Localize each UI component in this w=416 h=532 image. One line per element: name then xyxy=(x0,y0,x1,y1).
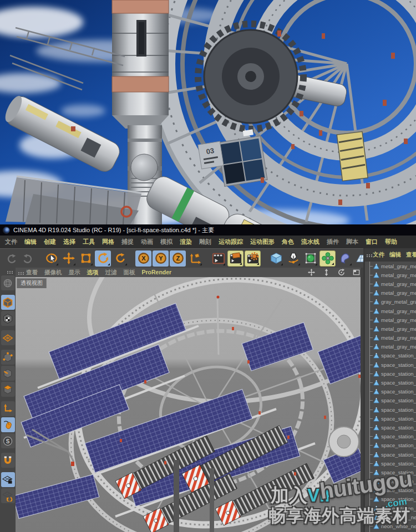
object-tree-row[interactable]: space_station_0 xyxy=(365,441,416,450)
workplane-mode-button[interactable] xyxy=(1,330,15,345)
menu-item[interactable]: 流水线 xyxy=(301,238,319,246)
menu-item[interactable]: 创建 xyxy=(44,238,56,246)
viewport-menu-item[interactable]: 显示 xyxy=(69,269,80,277)
object-tree-row[interactable]: metal_gray_met xyxy=(365,334,416,342)
zoom-view-icon[interactable] xyxy=(322,268,331,277)
object-tree-row[interactable]: space_station_0 xyxy=(365,459,416,468)
object-tree-row[interactable]: metal_gray_met xyxy=(365,342,416,351)
lock-x-axis-button[interactable]: X xyxy=(135,250,151,267)
workplane-align-button[interactable] xyxy=(1,488,15,503)
texture-mode-button[interactable] xyxy=(1,311,15,326)
object-tree-row[interactable]: neon_white_neon xyxy=(365,513,416,521)
object-tree-row[interactable]: space_station_0 xyxy=(365,351,416,360)
move-tool-button[interactable] xyxy=(60,250,77,267)
viewport-menu-item[interactable]: 过滤 xyxy=(105,269,117,277)
object-tree-row[interactable]: space_station_0 xyxy=(365,423,416,432)
edges-mode-button[interactable] xyxy=(1,366,15,381)
viewport-menu-item[interactable]: 选项 xyxy=(87,269,99,277)
points-mode-button[interactable] xyxy=(1,350,15,365)
add-deformer-button[interactable] xyxy=(337,250,353,267)
object-tree-row[interactable]: metal_gray_met xyxy=(365,270,416,279)
menu-item[interactable]: 工具 xyxy=(83,238,95,246)
polygons-mode-button[interactable] xyxy=(1,382,15,397)
object-manager-grip[interactable] xyxy=(367,254,368,255)
menu-item[interactable]: 雕刻 xyxy=(199,238,211,246)
menu-item[interactable]: 插件 xyxy=(327,238,339,246)
scale-tool-button[interactable] xyxy=(78,250,94,267)
render-view-button[interactable] xyxy=(210,250,226,267)
object-tree-row[interactable]: space_station_0 xyxy=(365,486,416,495)
object-manager-menu-item[interactable]: 文件 xyxy=(373,251,384,259)
enable-axis-button[interactable] xyxy=(1,401,15,416)
palette-grip[interactable] xyxy=(7,271,8,272)
menu-item[interactable]: 编辑 xyxy=(24,238,37,246)
menu-item[interactable]: 运动跟踪 xyxy=(219,238,243,246)
object-tree-row[interactable]: neon_white_neo xyxy=(365,521,416,530)
object-manager-menu-item[interactable]: 查看 xyxy=(406,251,416,259)
view-tab[interactable]: 透视视图 xyxy=(17,278,47,288)
object-tree-row[interactable]: space_station_0 xyxy=(365,504,416,513)
menu-item[interactable]: 角色 xyxy=(282,238,294,246)
make-editable-button[interactable] xyxy=(1,275,15,290)
object-tree-row[interactable]: space_station_0 xyxy=(365,450,416,459)
last-tool-button[interactable] xyxy=(112,250,128,267)
object-tree-row[interactable]: metal_gray_met xyxy=(365,324,416,333)
object-tree-row[interactable]: space_station_0 xyxy=(365,477,416,486)
menu-item[interactable]: 运动图形 xyxy=(250,238,275,246)
pan-view-icon[interactable] xyxy=(307,268,316,277)
object-manager-menu-item[interactable]: 编辑 xyxy=(389,251,401,259)
menu-item[interactable]: 帮助 xyxy=(385,238,397,246)
lock-workplane-button[interactable] xyxy=(1,472,15,487)
viewport-menu-item[interactable]: 摄像机 xyxy=(44,269,62,277)
object-tree-row[interactable]: space_station_0 xyxy=(365,378,416,387)
object-tree-row[interactable]: space_station_0 xyxy=(365,396,416,405)
render-to-picture-viewer-button[interactable] xyxy=(227,250,243,267)
menu-item[interactable]: 脚本 xyxy=(346,238,358,246)
object-tree-row[interactable]: space_station_0 xyxy=(365,432,416,441)
object-tree-row[interactable]: space_station_0 xyxy=(365,495,416,504)
viewport[interactable]: 查看摄像机显示选项过滤面板ProRender 透视视图 xyxy=(16,268,361,532)
lock-z-axis-button[interactable]: Z xyxy=(170,250,186,267)
add-cube-button[interactable] xyxy=(268,250,284,267)
object-tree-row[interactable]: metal_gray_met xyxy=(365,289,416,298)
object-tree-row[interactable]: space_station_0 xyxy=(365,468,416,477)
toggle-view-icon[interactable] xyxy=(352,268,361,277)
object-tree-row[interactable]: metal_gray_met xyxy=(365,315,416,324)
edit-render-settings-button[interactable] xyxy=(245,250,261,267)
model-mode-button[interactable] xyxy=(1,295,15,310)
menu-item[interactable]: 捕捉 xyxy=(121,238,134,246)
object-tree-row[interactable]: metal_gray_met xyxy=(365,279,416,288)
object-tree-row[interactable]: space_station_0 xyxy=(365,405,416,414)
add-subdivision-surface-button[interactable] xyxy=(302,250,318,267)
redo-button[interactable] xyxy=(20,250,36,267)
live-selection-button[interactable] xyxy=(43,250,59,267)
object-tree-row[interactable]: space_station_0 xyxy=(365,360,416,369)
add-mograph-button[interactable] xyxy=(319,250,336,267)
object-tree-row[interactable]: space_station_0 xyxy=(365,414,416,423)
object-tree-row[interactable]: gray_metal_gray xyxy=(365,298,416,306)
snap-settings-button[interactable]: S xyxy=(1,433,15,448)
menu-item[interactable]: 动画 xyxy=(141,238,153,246)
object-tree-row[interactable]: metal_gray_met xyxy=(365,262,416,270)
menu-item[interactable]: 模拟 xyxy=(160,238,173,246)
enable-snap-button[interactable] xyxy=(1,453,15,468)
rotate-tool-button[interactable] xyxy=(95,250,111,267)
viewport-menu-item[interactable]: ProRender xyxy=(142,269,172,277)
viewport-canvas[interactable] xyxy=(16,277,361,532)
viewport-menu-item[interactable]: 面板 xyxy=(124,269,135,277)
viewport-solo-button[interactable] xyxy=(1,417,15,432)
undo-button[interactable] xyxy=(3,250,19,267)
menu-item[interactable]: 窗口 xyxy=(366,238,378,246)
menu-item[interactable]: 网格 xyxy=(102,238,114,246)
menu-item[interactable]: 文件 xyxy=(5,238,17,246)
add-spline-pen-button[interactable] xyxy=(285,250,301,267)
viewport-grip[interactable] xyxy=(18,272,19,273)
lock-y-axis-button[interactable]: Y xyxy=(153,250,169,267)
viewport-menu-item[interactable]: 查看 xyxy=(26,269,38,277)
object-tree-row[interactable]: space_station_0 xyxy=(365,369,416,378)
coordinate-system-button[interactable] xyxy=(187,250,203,267)
menu-item[interactable]: 渲染 xyxy=(180,238,192,246)
object-tree-row[interactable]: metal_gray_met xyxy=(365,306,416,315)
object-tree-row[interactable]: space_station_0 xyxy=(365,387,416,396)
menu-item[interactable]: 选择 xyxy=(63,238,75,246)
